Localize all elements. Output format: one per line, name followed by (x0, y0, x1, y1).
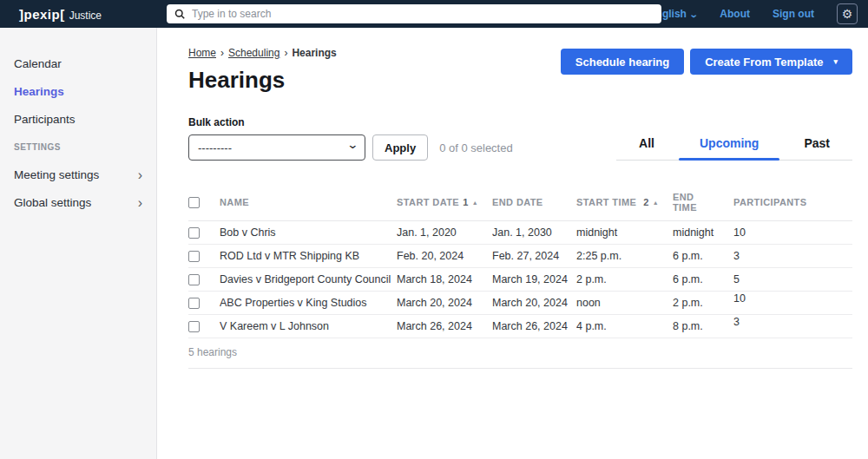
table-row: Davies v Bridgeport County Council March… (188, 268, 852, 292)
cell-start-date: March 20, 2024 (397, 292, 492, 315)
cell-start-date: March 26, 2024 (397, 315, 492, 338)
search-bar[interactable] (167, 4, 661, 23)
breadcrumb-home[interactable]: Home (188, 47, 216, 59)
sidebar-item-participants[interactable]: Participants (0, 106, 156, 134)
bulk-action-label: Bulk action (188, 116, 513, 128)
sidebar-section-settings: SETTINGS (0, 134, 156, 161)
cell-start-time: noon (576, 292, 673, 315)
cell-end-date: March 20, 2024 (492, 292, 576, 315)
topbar-links: English⌄ About Sign out ⚙ (649, 3, 858, 24)
select-all-checkbox[interactable] (188, 197, 200, 208)
column-header-end-date[interactable]: END DATE (492, 184, 576, 221)
cell-end-date: Feb. 27, 2024 (492, 245, 576, 268)
cell-name: V Kareem v L Johnson (220, 315, 397, 338)
cell-start-date: Feb. 20, 2024 (397, 245, 492, 268)
sidebar-item-hearings[interactable]: Hearings (0, 78, 156, 106)
breadcrumb-current: Hearings (292, 47, 336, 59)
column-header-participants[interactable]: PARTICIPANTS (733, 184, 852, 221)
caret-down-icon: ▾ (833, 57, 838, 66)
cell-name: ROD Ltd v MTR Shipping KB (220, 245, 397, 268)
tab-all[interactable]: All (616, 131, 677, 160)
tab-upcoming[interactable]: Upcoming (677, 131, 781, 160)
search-input[interactable] (192, 8, 654, 20)
sidebar-item-meeting-settings[interactable]: Meeting settings › (0, 161, 156, 189)
cell-participants: 3 (733, 315, 852, 338)
settings-gear-button[interactable]: ⚙ (837, 3, 858, 24)
page-title: Hearings (188, 67, 337, 94)
search-icon (174, 9, 185, 19)
sidebar-item-label: Participants (14, 106, 76, 134)
cell-end-date: Jan. 1, 2030 (492, 221, 576, 245)
cell-start-date: March 18, 2024 (397, 268, 492, 292)
about-link[interactable]: About (720, 8, 750, 20)
cell-start-time: 4 p.m. (576, 315, 673, 338)
logo-brand: ]pexip[ (19, 7, 65, 22)
cell-start-time: 2:25 p.m. (576, 245, 673, 268)
row-checkbox[interactable] (188, 321, 200, 332)
table-row: ABC Properties v King Studios March 20, … (188, 292, 852, 315)
cell-end-time: midnight (673, 221, 733, 245)
create-from-template-button[interactable]: Create From Template ▾ (690, 49, 852, 75)
table-row: ROD Ltd v MTR Shipping KB Feb. 20, 2024 … (188, 245, 852, 268)
column-header-name[interactable]: NAME (220, 184, 397, 221)
sort-indicator: 2▲ (643, 197, 659, 207)
cell-end-time: 2 p.m. (673, 292, 733, 315)
column-header-start-date[interactable]: START DATE 1▲ (397, 184, 492, 221)
sidebar-item-calendar[interactable]: Calendar (0, 50, 156, 78)
chevron-right-icon: › (138, 161, 142, 189)
breadcrumb-separator: › (220, 47, 224, 59)
cell-name: Davies v Bridgeport County Council (220, 268, 397, 292)
cell-end-time: 6 p.m. (673, 245, 733, 268)
table-row: Bob v Chris Jan. 1, 2020 Jan. 1, 2030 mi… (188, 221, 852, 245)
cell-start-date: Jan. 1, 2020 (397, 221, 492, 245)
apply-button[interactable]: Apply (372, 134, 428, 161)
sidebar-item-label: Hearings (14, 78, 64, 106)
cell-participants: 5 (733, 268, 852, 292)
sidebar: Calendar Hearings Participants SETTINGS … (0, 28, 157, 459)
sidebar-item-label: Global settings (14, 189, 91, 217)
topbar: ]pexip[ Justice English⌄ About Sign out … (0, 0, 868, 28)
pexip-logo: ]pexip[ Justice (19, 7, 102, 22)
cell-participants: 3 (733, 245, 852, 268)
cell-name: ABC Properties v King Studios (220, 292, 397, 315)
cell-name: Bob v Chris (220, 221, 397, 245)
cell-start-time: 2 p.m. (576, 268, 673, 292)
sort-asc-icon: ▲ (472, 200, 478, 206)
column-header-end-time[interactable]: END TIME (673, 184, 733, 221)
chevron-right-icon: › (138, 189, 142, 217)
sort-indicator: 1▲ (463, 197, 478, 207)
gear-icon: ⚙ (842, 8, 853, 20)
cell-end-date: March 26, 2024 (492, 315, 576, 338)
main-content: Home › Scheduling › Hearings Hearings Sc… (157, 28, 868, 459)
tab-past[interactable]: Past (781, 131, 852, 160)
sidebar-item-label: Calendar (14, 50, 62, 78)
sort-asc-icon: ▲ (653, 200, 659, 206)
row-checkbox[interactable] (188, 227, 200, 239)
cell-participants: 10 (733, 221, 852, 245)
bulk-action-select[interactable]: --------- (188, 134, 365, 161)
cell-end-time: 8 p.m. (673, 315, 733, 338)
table-header-row: NAME START DATE 1▲ END DATE START TIME 2… (188, 184, 852, 221)
cell-end-date: March 19, 2024 (492, 268, 576, 292)
breadcrumb-separator: › (284, 47, 287, 59)
logo-product: Justice (69, 10, 102, 22)
hearings-tabs: All Upcoming Past (616, 131, 852, 161)
schedule-hearing-button[interactable]: Schedule hearing (561, 49, 684, 75)
create-from-template-label: Create From Template (705, 56, 823, 69)
row-checkbox[interactable] (188, 298, 200, 309)
sidebar-item-global-settings[interactable]: Global settings › (0, 189, 156, 217)
sidebar-item-label: Meeting settings (14, 161, 99, 189)
cell-start-time: midnight (576, 221, 673, 245)
cell-end-time: 6 p.m. (673, 268, 733, 292)
table-row: V Kareem v L Johnson March 26, 2024 Marc… (188, 315, 852, 338)
breadcrumb-scheduling[interactable]: Scheduling (228, 47, 279, 59)
row-checkbox[interactable] (188, 251, 200, 262)
selection-count: 0 of 0 selected (439, 141, 513, 154)
hearings-count: 5 hearings (188, 338, 852, 369)
column-header-start-time[interactable]: START TIME 2▲ (576, 184, 673, 221)
row-checkbox[interactable] (188, 274, 200, 285)
breadcrumb: Home › Scheduling › Hearings (188, 47, 337, 59)
sign-out-link[interactable]: Sign out (773, 8, 814, 20)
cell-participants: 10 (733, 292, 852, 315)
hearings-table: NAME START DATE 1▲ END DATE START TIME 2… (188, 184, 852, 338)
